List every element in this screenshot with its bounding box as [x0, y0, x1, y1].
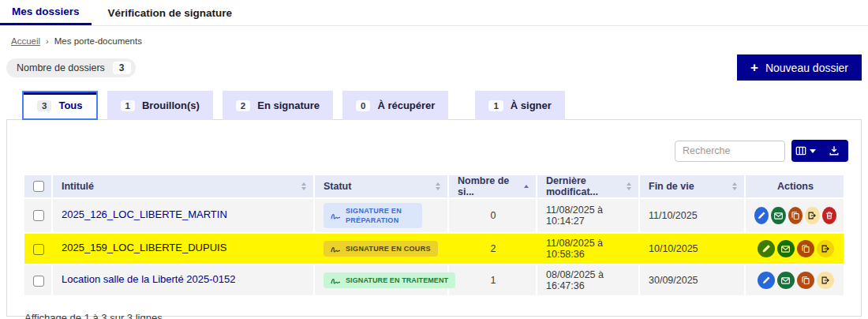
- column-label: Intitulé: [62, 181, 94, 192]
- breadcrumb-separator-icon: ›: [46, 36, 49, 46]
- view-columns-icon: [795, 145, 806, 156]
- column-header-statut[interactable]: Statut: [315, 175, 449, 197]
- end-of-life-cell: 30/09/2025: [640, 265, 746, 295]
- trash-icon: [825, 211, 834, 220]
- edit-button[interactable]: [754, 207, 769, 224]
- delete-button[interactable]: [822, 207, 836, 224]
- column-label: Actions: [777, 181, 814, 192]
- toolbar: Nombre de dossiers 3 + Nouveau dossier: [6, 54, 862, 81]
- tab-count-badge: 1: [488, 100, 503, 111]
- export-arrow-icon: [821, 276, 830, 285]
- breadcrumb-current: Mes porte-documents: [54, 36, 142, 46]
- tab-label: À signer: [511, 99, 552, 111]
- new-dossier-label: Nouveau dossier: [765, 62, 848, 74]
- envelope-icon: [780, 244, 791, 254]
- breadcrumb-home-link[interactable]: Accueil: [11, 36, 40, 46]
- filter-tab-brouillons[interactable]: 1 Brouillon(s): [107, 91, 213, 120]
- status-badge: SIGNATURE EN COURS: [324, 241, 438, 257]
- content-panel: Intitulé Statut Nombre de si... Dernière…: [6, 119, 862, 317]
- tab-label: En signature: [257, 99, 320, 111]
- row-checkbox[interactable]: [33, 276, 44, 287]
- filter-tab-tous[interactable]: 3 Tous: [22, 91, 98, 120]
- download-button[interactable]: [820, 140, 848, 162]
- dossier-count-badge: 3: [113, 62, 131, 74]
- table-header-row: Intitulé Statut Nombre de si... Dernière…: [24, 175, 844, 197]
- download-icon: [829, 145, 840, 156]
- export-button[interactable]: [805, 207, 819, 224]
- table-row-highlighted: 2025_159_LOC_LIBERTE_DUPUIS SIGNATURE EN…: [24, 234, 844, 264]
- export-button[interactable]: [817, 272, 834, 289]
- column-header-nombre-signatures[interactable]: Nombre de si...: [449, 175, 537, 197]
- status-label: SIGNATURE EN TRAITEMENT: [346, 276, 448, 285]
- status-badge: SIGNATURE EN TRAITEMENT: [324, 272, 455, 288]
- sort-icon[interactable]: [301, 182, 306, 190]
- last-modified-cell: 11/08/2025 à 10:14:27: [537, 199, 640, 232]
- envelope-icon: [780, 276, 791, 286]
- dossier-count-pill: Nombre de dossiers 3: [6, 58, 136, 77]
- status-label: SIGNATURE EN PRÉPARATION: [346, 206, 415, 225]
- dossier-title-link[interactable]: 2025_126_LOC_LIBERTE_MARTIN: [62, 208, 227, 220]
- export-button[interactable]: [817, 240, 834, 257]
- row-checkbox[interactable]: [33, 244, 44, 255]
- breadcrumb: Accueil › Mes porte-documents: [11, 36, 868, 46]
- dossier-count-label: Nombre de dossiers: [17, 62, 105, 73]
- duplicate-button[interactable]: [797, 272, 814, 289]
- column-header-actions: Actions: [746, 175, 844, 197]
- nav-tab-mes-dossiers[interactable]: Mes dossiers: [0, 0, 92, 25]
- signatures-count-cell: 0: [449, 199, 537, 232]
- edit-button[interactable]: [758, 272, 775, 289]
- tab-label: Tous: [58, 99, 82, 111]
- pencil-icon: [757, 211, 766, 220]
- column-label: Statut: [324, 181, 351, 192]
- edit-button[interactable]: [758, 240, 775, 257]
- end-of-life-cell: 10/10/2025: [640, 234, 746, 264]
- main-nav: Mes dossiers Vérification de signature: [0, 0, 868, 26]
- export-arrow-icon: [807, 211, 817, 220]
- filter-tab-a-signer[interactable]: 1 À signer: [475, 91, 564, 120]
- sort-icon[interactable]: [732, 182, 737, 190]
- copy-icon: [801, 244, 810, 253]
- view-columns-button[interactable]: [791, 140, 820, 162]
- dossiers-table-wrapper: Intitulé Statut Nombre de si... Dernière…: [24, 174, 844, 297]
- signature-squiggle-icon: [331, 212, 341, 220]
- column-header-intitule[interactable]: Intitulé: [53, 175, 315, 197]
- signature-squiggle-icon: [331, 276, 341, 285]
- mail-button[interactable]: [777, 240, 795, 257]
- sort-icon[interactable]: [436, 182, 440, 190]
- last-modified-cell: 08/08/2025 à 16:47:36: [537, 265, 640, 295]
- plus-icon: +: [750, 61, 758, 74]
- export-arrow-icon: [821, 244, 830, 253]
- caret-down-icon: [810, 149, 816, 153]
- end-of-life-cell: 11/10/2025: [640, 199, 746, 232]
- pencil-icon: [761, 244, 771, 253]
- tab-count-badge: 0: [356, 100, 370, 111]
- select-all-checkbox[interactable]: [33, 181, 44, 192]
- mail-button[interactable]: [771, 207, 785, 224]
- duplicate-button[interactable]: [797, 240, 814, 257]
- tab-label: À récupérer: [377, 99, 435, 111]
- search-input[interactable]: [675, 141, 785, 162]
- column-header-fin-de-vie[interactable]: Fin de vie: [640, 175, 746, 197]
- duplicate-button[interactable]: [788, 207, 803, 224]
- dossier-title-link[interactable]: 2025_159_LOC_LIBERTE_DUPUIS: [62, 242, 226, 253]
- rows-summary: Affichage de 1 à 3 sur 3 lignes: [24, 312, 844, 319]
- table-row: 2025_126_LOC_LIBERTE_MARTIN SIGNATURE EN…: [24, 199, 844, 232]
- nav-tab-verification-signature[interactable]: Vérification de signature: [96, 0, 245, 25]
- filter-tab-en-signature[interactable]: 2 En signature: [223, 91, 333, 120]
- pencil-icon: [761, 276, 771, 285]
- filter-tab-a-recuperer[interactable]: 0 À récupérer: [342, 91, 448, 120]
- table-toolbar-buttons: [791, 140, 848, 162]
- tab-label: Brouillon(s): [142, 99, 200, 111]
- tab-count-badge: 2: [236, 100, 250, 111]
- sort-asc-icon[interactable]: [524, 185, 529, 188]
- row-checkbox[interactable]: [33, 210, 44, 221]
- sort-icon[interactable]: [627, 182, 631, 190]
- row-actions: [754, 240, 836, 257]
- row-actions: [754, 272, 836, 289]
- dossier-title-link[interactable]: Location salle de la Liberté 2025-0152: [62, 273, 235, 285]
- table-row: Location salle de la Liberté 2025-0152 S…: [24, 265, 844, 295]
- column-label: Fin de vie: [649, 181, 694, 192]
- new-dossier-button[interactable]: + Nouveau dossier: [737, 54, 862, 81]
- mail-button[interactable]: [777, 272, 795, 289]
- column-header-derniere-modification[interactable]: Dernière modificat...: [537, 175, 640, 197]
